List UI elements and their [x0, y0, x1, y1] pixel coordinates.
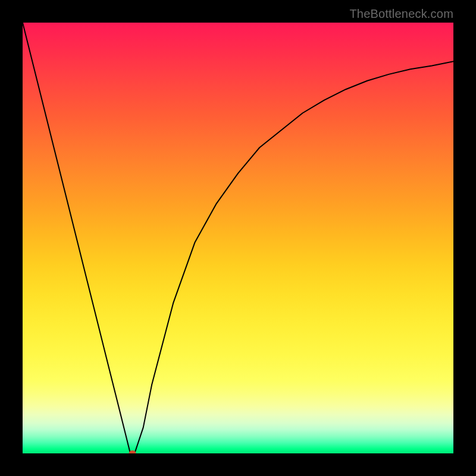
- attribution-text: TheBottleneck.com: [349, 7, 453, 21]
- bottleneck-curve: [23, 23, 453, 453]
- chart-container: TheBottleneck.com: [0, 0, 476, 476]
- curve-svg: [23, 23, 453, 453]
- optimal-marker: [129, 450, 136, 453]
- plot-area: [23, 23, 453, 453]
